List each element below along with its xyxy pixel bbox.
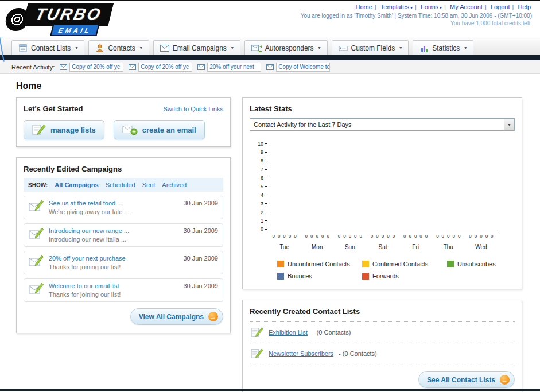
header-right: Home Templates Forms My Account Logout H… bbox=[301, 3, 532, 26]
nav-home[interactable]: Home bbox=[356, 3, 372, 10]
tab-statistics[interactable]: Statistics bbox=[413, 40, 473, 55]
chart-category-group: 00000Tue bbox=[268, 232, 301, 250]
recent-activity-item: Copy of 20% off yc bbox=[60, 63, 123, 72]
chart-category-group: 00000Fri bbox=[399, 232, 432, 250]
stats-period-select[interactable]: Contact Activity for the Last 7 Days bbox=[250, 118, 515, 131]
main-tabbar: Contact Lists Contacts Email Campaigns A… bbox=[0, 37, 540, 55]
nav-forms-label: Forms bbox=[421, 3, 438, 10]
campaign-title-link[interactable]: See us at the retail food ... bbox=[49, 200, 178, 207]
right-column: Latest Stats Contact Activity for the La… bbox=[242, 97, 522, 392]
nav-forms[interactable]: Forms bbox=[421, 3, 442, 10]
filter-archived[interactable]: Archived bbox=[162, 181, 187, 188]
contact-lists-icon bbox=[18, 44, 28, 53]
chevron-down-icon bbox=[75, 45, 77, 51]
chart-category-group: 00000Sun bbox=[333, 232, 366, 250]
tab-custom-fields[interactable]: Custom Fields bbox=[332, 40, 409, 55]
pencil-paper-icon bbox=[251, 327, 263, 337]
email-icon bbox=[129, 64, 136, 70]
campaign-title-link[interactable]: Introducing our new range ... bbox=[49, 227, 178, 234]
campaign-title-link[interactable]: Welcome to our email list bbox=[49, 282, 178, 289]
legend-item: Bounces bbox=[277, 273, 362, 280]
left-column: Let's Get Started Switch to Quick Links … bbox=[16, 97, 231, 344]
app-window: TURBO EMAIL Home Templates Forms My Acco… bbox=[0, 0, 540, 392]
campaign-subtitle: Thanks for joining our list! bbox=[49, 263, 178, 270]
see-all-contact-lists-button[interactable]: See All Contact Lists bbox=[418, 371, 515, 388]
create-email-label: create an email bbox=[142, 126, 196, 134]
contact-activity-chart: 109876543210 00000Tue00000Mon00000Sun000… bbox=[258, 143, 515, 280]
campaign-subtitle: Thanks for joining our list! bbox=[49, 291, 178, 298]
campaign-title-link[interactable]: 20% off your next purchase bbox=[49, 255, 178, 262]
recent-activity-bar: Recent Activity: Copy of 20% off yc Copy… bbox=[0, 60, 540, 74]
tab-label: Autoresponders bbox=[265, 44, 314, 52]
recent-contact-lists-panel: Recently Created Contact Lists Exhibitio… bbox=[242, 300, 522, 392]
legend-item: Unsubscribes bbox=[447, 261, 532, 267]
chevron-down-icon bbox=[399, 45, 402, 51]
chevron-down-icon bbox=[464, 45, 467, 51]
view-all-campaigns-button[interactable]: View All Campaigns bbox=[130, 308, 223, 325]
page-title: Home bbox=[16, 81, 540, 91]
contact-list-link[interactable]: Exhibition List bbox=[269, 329, 308, 336]
nav-my-account[interactable]: My Account bbox=[450, 3, 483, 10]
tab-label: Contacts bbox=[108, 44, 135, 52]
email-icon bbox=[160, 45, 169, 52]
nav-templates-label: Templates bbox=[380, 3, 409, 10]
campaign-row: Introducing our new range ...Introducing… bbox=[24, 223, 223, 247]
filter-sent[interactable]: Sent bbox=[142, 181, 156, 188]
contact-list-link[interactable]: Newsletter Subscribers bbox=[269, 350, 333, 357]
view-all-campaigns-label: View All Campaigns bbox=[139, 313, 204, 321]
manage-lists-button[interactable]: manage lists bbox=[24, 120, 104, 139]
recent-activity-item: 20% off your next bbox=[197, 63, 261, 72]
contact-list-detail: - (0 Contacts) bbox=[313, 329, 351, 336]
contact-list: Exhibition List - (0 Contacts) Newslette… bbox=[250, 321, 515, 364]
tab-label: Email Campaigns bbox=[173, 44, 227, 52]
switch-quick-links-link[interactable]: Switch to Quick Links bbox=[163, 106, 223, 112]
nav-templates[interactable]: Templates bbox=[380, 3, 413, 10]
header: TURBO EMAIL Home Templates Forms My Acco… bbox=[0, 1, 540, 37]
chart-category-group: 00000Wed bbox=[465, 232, 498, 250]
credits-info: You have 1,000 total credits left. bbox=[301, 20, 532, 26]
chevron-down-icon bbox=[231, 45, 234, 51]
stats-period-value: Contact Activity for the Last 7 Days bbox=[254, 121, 352, 128]
chevron-down-icon bbox=[504, 119, 514, 130]
chart-category-group: 00000Mon bbox=[301, 232, 333, 250]
legend-item: Forwards bbox=[362, 273, 447, 280]
tab-contact-lists[interactable]: Contact Lists bbox=[11, 40, 84, 55]
legend-item: Confirmed Contacts bbox=[362, 261, 447, 267]
recent-activity-link[interactable]: Copy of Welcome tc bbox=[276, 63, 330, 72]
chevron-down-icon bbox=[410, 5, 413, 10]
email-icon bbox=[60, 64, 67, 70]
recent-activity-link[interactable]: 20% off your next bbox=[207, 63, 261, 72]
nav-separator bbox=[512, 3, 514, 10]
logo-text: TURBO EMAIL bbox=[25, 3, 111, 36]
chart-plot-area bbox=[267, 143, 496, 230]
recent-activity-label: Recent Activity: bbox=[11, 64, 55, 71]
nav-logout[interactable]: Logout bbox=[491, 3, 510, 10]
recent-activity-link[interactable]: Copy of 20% off yc bbox=[69, 63, 123, 72]
arrow-right-icon bbox=[500, 375, 510, 385]
top-nav: Home Templates Forms My Account Logout H… bbox=[301, 3, 532, 10]
recent-campaigns-panel: Recently Edited Campaigns SHOW: All Camp… bbox=[16, 157, 231, 333]
recent-activity-item: Copy of 20% off yc bbox=[129, 63, 192, 72]
app-logo: TURBO EMAIL bbox=[6, 3, 111, 36]
get-started-title: Let's Get Started bbox=[24, 104, 83, 113]
nav-help[interactable]: Help bbox=[518, 3, 531, 10]
contact-list-row: Newsletter Subscribers - (0 Contacts) bbox=[250, 343, 515, 364]
campaign-row: Welcome to our email listThanks for join… bbox=[24, 278, 223, 302]
chart-y-axis: 109876543210 bbox=[258, 141, 267, 232]
arrow-right-icon bbox=[208, 312, 218, 321]
recent-activity-link[interactable]: Copy of 20% off yc bbox=[138, 63, 192, 72]
email-pencil-icon bbox=[29, 200, 44, 212]
chevron-down-icon bbox=[440, 5, 442, 10]
filter-all-campaigns[interactable]: All Campaigns bbox=[55, 181, 98, 188]
filter-scheduled[interactable]: Scheduled bbox=[106, 181, 135, 188]
contact-list-detail: - (0 Contacts) bbox=[339, 350, 377, 357]
tab-contacts[interactable]: Contacts bbox=[88, 40, 149, 55]
latest-stats-title: Latest Stats bbox=[250, 104, 515, 113]
campaign-subtitle: We're giving away our late ... bbox=[49, 208, 178, 215]
show-label: SHOW: bbox=[28, 182, 48, 188]
email-pencil-icon bbox=[29, 282, 44, 295]
create-email-button[interactable]: create an email bbox=[114, 120, 205, 139]
nav-divider-bar bbox=[0, 55, 540, 60]
tab-autoresponders[interactable]: Autoresponders bbox=[244, 40, 328, 55]
tab-email-campaigns[interactable]: Email Campaigns bbox=[153, 40, 240, 55]
